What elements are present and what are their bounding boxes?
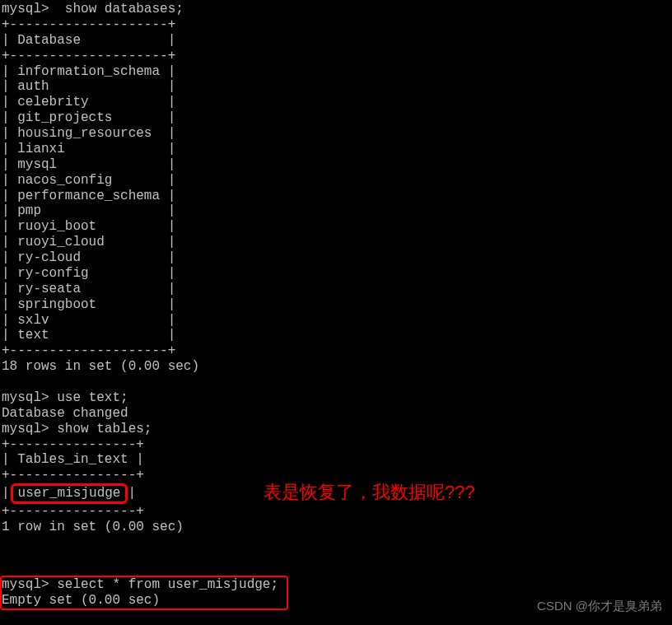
db-row: | sxlv | (2, 313, 672, 329)
db-row: | pmp | (2, 203, 672, 219)
table-row-pipe: | (128, 486, 136, 501)
cmd-use-db: use text; (57, 390, 128, 405)
db-row: | ruoyi_boot | (2, 219, 672, 235)
db-row: | springboot | (2, 297, 672, 313)
mysql-prompt: mysql> (2, 2, 57, 16)
db-row: | text | (2, 328, 672, 343)
db-row: | performance_schema | (2, 189, 672, 204)
db-row: | housing_resources | (2, 126, 672, 142)
watermark: CSDN @你才是臭弟弟 (537, 599, 662, 613)
highlighted-table-name: user_misjudge (11, 483, 128, 504)
mysql-prompt: mysql> (2, 577, 57, 592)
table-border: +----------------+ (2, 504, 672, 520)
db-row: | ry-seata | (2, 282, 672, 297)
terminal-output: mysql> show databases; +----------------… (0, 0, 672, 551)
cmd-show-tables: show tables; (57, 422, 152, 436)
empty-set-msg: Empty set (0.00 sec) (2, 593, 278, 609)
db-row: | lianxi | (2, 142, 672, 157)
db-row: | mysql | (2, 157, 672, 173)
mysql-prompt: mysql> (2, 422, 57, 436)
table-row-pipe: | (2, 486, 10, 501)
table-border: +--------------------+ (2, 17, 672, 33)
db-row: | nacos_config | (2, 173, 672, 189)
db-row: | ruoyi_cloud | (2, 235, 672, 250)
table-border: +--------------------+ (2, 49, 672, 64)
db-row: | ry-cloud | (2, 250, 672, 266)
result-summary: 1 row in set (0.00 sec) (2, 520, 672, 535)
table-border: +--------------------+ (2, 343, 672, 359)
db-row: | ry-config | (2, 266, 672, 282)
annotation-text: 表是恢复了，我数据呢??? (264, 482, 475, 503)
db-row: | information_schema | (2, 64, 672, 80)
mysql-prompt: mysql> (2, 390, 57, 405)
cmd-select-query: select * from user_misjudge; (57, 577, 278, 592)
highlighted-query-block: mysql> select * from user_misjudge; Empt… (0, 576, 288, 610)
table-border: +----------------+ (2, 437, 672, 453)
db-changed-msg: Database changed (2, 406, 672, 422)
tables-header: | Tables_in_text | (2, 452, 672, 468)
db-row: | auth | (2, 79, 672, 95)
db-row: | celebrity | (2, 95, 672, 110)
result-summary: 18 rows in set (0.00 sec) (2, 359, 672, 375)
db-header: | Database | (2, 33, 672, 49)
db-row: | git_projects | (2, 110, 672, 126)
cmd-show-databases: show databases; (57, 2, 184, 16)
